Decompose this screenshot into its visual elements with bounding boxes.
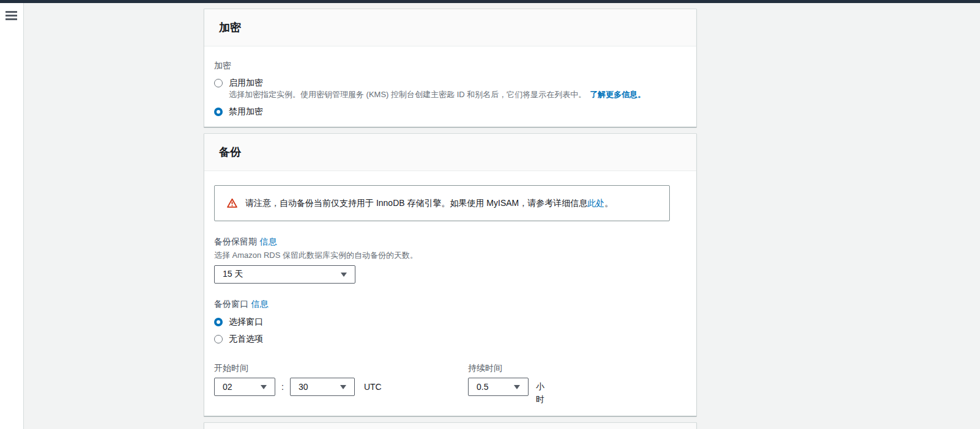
encryption-card: 加密 加密 启用加密 选择加密指定实例。使用密钥管理服务 (KMS) 控制台创建…: [204, 9, 697, 127]
hamburger-bar: [6, 15, 17, 16]
encryption-section-title: 加密: [219, 21, 681, 34]
encryption-card-body: 加密 启用加密 选择加密指定实例。使用密钥管理服务 (KMS) 控制台创建主密匙…: [204, 46, 696, 127]
warning-text-suffix: 。: [604, 198, 613, 208]
duration-field: 持续时间 0.5 小时: [468, 363, 546, 406]
enable-encryption-description: 选择加密指定实例。使用密钥管理服务 (KMS) 控制台创建主密匙 ID 和别名后…: [229, 90, 686, 100]
chevron-down-icon: [340, 385, 346, 389]
hamburger-menu-icon[interactable]: [6, 11, 17, 20]
select-window-option: 选择窗口: [214, 317, 686, 327]
select-window-label[interactable]: 选择窗口: [229, 317, 263, 327]
backup-retention-field: 备份保留期 信息 选择 Amazon RDS 保留此数据库实例的自动备份的天数。…: [214, 236, 686, 284]
page-layout: 加密 加密 启用加密 选择加密指定实例。使用密钥管理服务 (KMS) 控制台创建…: [0, 3, 980, 429]
timezone-label: UTC: [364, 382, 382, 392]
hamburger-bar: [6, 18, 17, 20]
duration-select[interactable]: 0.5: [468, 378, 529, 396]
warning-here-link[interactable]: 此处: [587, 198, 604, 208]
chevron-down-icon: [261, 385, 267, 389]
encryption-field-label: 加密: [214, 61, 686, 71]
backup-retention-description: 选择 Amazon RDS 保留此数据库实例的自动备份的天数。: [214, 251, 686, 260]
chevron-down-icon: [341, 273, 347, 277]
start-hour-value: 02: [223, 382, 232, 392]
backup-window-label-row: 备份窗口 信息: [214, 298, 686, 310]
disable-encryption-label[interactable]: 禁用加密: [229, 106, 263, 117]
backup-retention-info-link[interactable]: 信息: [259, 237, 277, 246]
backup-window-info-link[interactable]: 信息: [251, 299, 268, 309]
disable-encryption-radio[interactable]: [214, 108, 223, 116]
backup-window-field: 备份窗口 信息 选择窗口 无首选项: [214, 298, 686, 344]
start-hour-select[interactable]: 02: [214, 378, 275, 396]
no-preference-option: 无首选项: [214, 334, 686, 344]
collapsed-sidebar: [0, 3, 24, 429]
warning-triangle-icon: [227, 198, 237, 208]
duration-value: 0.5: [477, 382, 488, 392]
enable-encryption-description-text: 选择加密指定实例。使用密钥管理服务 (KMS) 控制台创建主密匙 ID 和别名后…: [229, 90, 586, 99]
backup-card-header: 备份: [204, 134, 696, 171]
no-preference-label[interactable]: 无首选项: [229, 334, 263, 344]
main-content: 加密 加密 启用加密 选择加密指定实例。使用密钥管理服务 (KMS) 控制台创建…: [24, 3, 697, 429]
duration-unit-label: 小时: [536, 378, 546, 406]
backup-card-body: 请注意，自动备份当前仅支持用于 InnoDB 存储引擎。如果使用 MyISAM，…: [204, 171, 696, 416]
backup-retention-label: 备份保留期: [214, 237, 257, 246]
encryption-card-header: 加密: [204, 9, 696, 46]
backup-card: 备份 请注意，自动备份当前仅支持用于 InnoDB 存储引擎。如果使用 MyIS…: [204, 133, 697, 416]
backup-section-title: 备份: [219, 145, 681, 159]
time-separator: :: [281, 382, 284, 392]
no-preference-radio[interactable]: [214, 335, 223, 343]
enable-encryption-radio[interactable]: [214, 79, 223, 87]
backup-warning-banner: 请注意，自动备份当前仅支持用于 InnoDB 存储引擎。如果使用 MyISAM，…: [214, 185, 670, 221]
start-minute-select[interactable]: 30: [290, 378, 355, 396]
start-time-label: 开始时间: [214, 363, 468, 373]
next-section-card: [204, 422, 697, 429]
backup-retention-selected-value: 15 天: [223, 269, 243, 280]
backup-retention-label-row: 备份保留期 信息: [214, 236, 686, 248]
backup-window-label: 备份窗口: [214, 299, 248, 309]
enable-encryption-option: 启用加密: [214, 78, 686, 88]
start-minute-value: 30: [299, 382, 308, 392]
start-time-controls: 02 : 30 UTC: [214, 378, 468, 396]
backup-time-row: 开始时间 02 : 30 UTC: [214, 363, 686, 406]
duration-controls: 0.5 小时: [468, 378, 546, 406]
hamburger-bar: [6, 11, 17, 13]
disable-encryption-option: 禁用加密: [214, 106, 686, 117]
enable-encryption-label[interactable]: 启用加密: [229, 78, 263, 88]
backup-retention-select[interactable]: 15 天: [214, 265, 355, 284]
warning-text-body: 请注意，自动备份当前仅支持用于 InnoDB 存储引擎。如果使用 MyISAM，…: [245, 198, 587, 208]
start-time-field: 开始时间 02 : 30 UTC: [214, 363, 468, 406]
select-window-radio[interactable]: [214, 318, 223, 326]
learn-more-link[interactable]: 了解更多信息。: [590, 90, 645, 99]
duration-label: 持续时间: [468, 363, 546, 373]
chevron-down-icon: [514, 385, 520, 389]
backup-warning-text: 请注意，自动备份当前仅支持用于 InnoDB 存储引擎。如果使用 MyISAM，…: [245, 198, 613, 209]
